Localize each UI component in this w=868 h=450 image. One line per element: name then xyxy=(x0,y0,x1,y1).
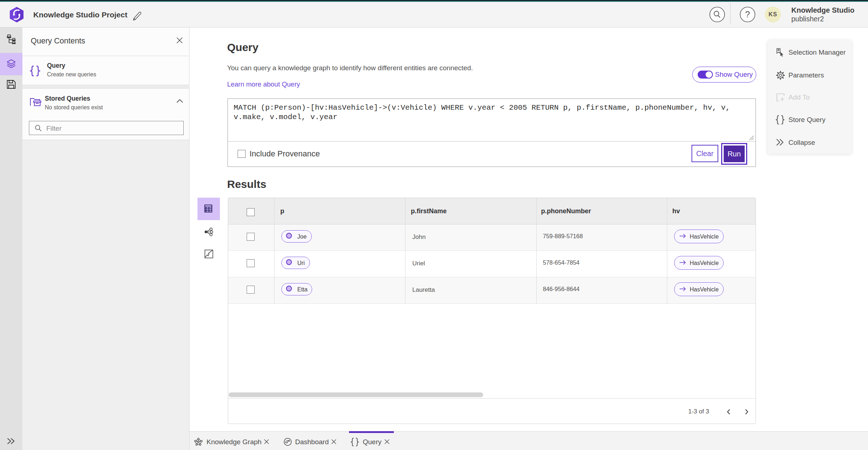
svg-text:?: ? xyxy=(745,9,750,19)
